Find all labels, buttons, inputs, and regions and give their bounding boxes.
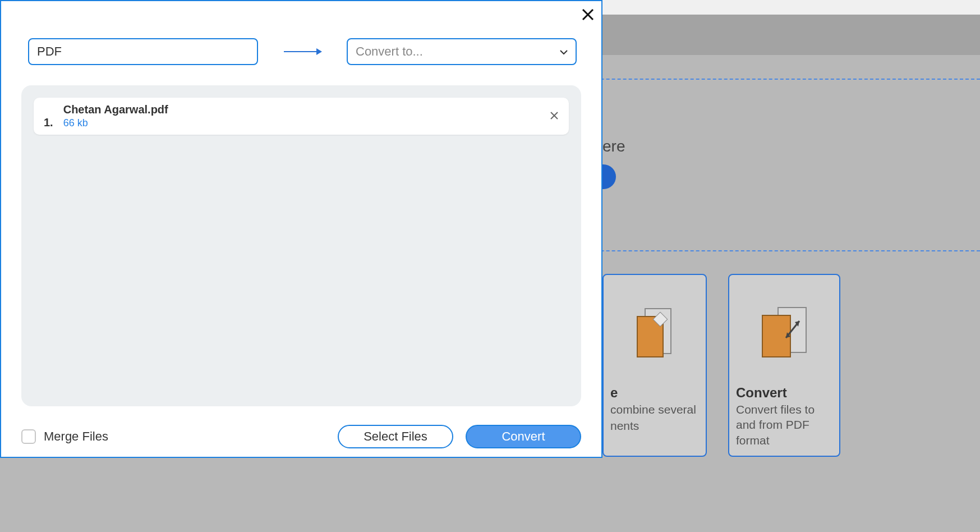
merge-card-fragment: e combine several nents: [602, 274, 707, 457]
file-list-area: 1. Chetan Agarwal.pdf 66 kb: [21, 85, 581, 406]
merge-icon: [610, 293, 699, 372]
remove-file-button[interactable]: [550, 109, 559, 123]
file-row: 1. Chetan Agarwal.pdf 66 kb: [34, 98, 569, 135]
convert-button[interactable]: Convert: [466, 425, 581, 448]
convert-dialog: PDF Convert to... 1. Chetan Agarwal.pdf …: [0, 0, 602, 458]
select-files-button[interactable]: Select Files: [338, 425, 453, 448]
convert-label: Convert: [501, 429, 545, 444]
merge-card-desc-line1: combine several: [610, 402, 699, 417]
format-controls: PDF Convert to...: [28, 38, 577, 65]
close-icon: [582, 8, 594, 21]
file-meta: Chetan Agarwal.pdf 66 kb: [63, 103, 168, 129]
file-size: 66 kb: [63, 117, 168, 129]
file-index: 1.: [44, 116, 53, 135]
destination-placeholder: Convert to...: [356, 44, 423, 59]
convert-card: Convert Convert files to and from PDF fo…: [728, 274, 840, 457]
drop-zone-text-fragment: ere: [602, 137, 625, 155]
merge-files-checkbox[interactable]: [21, 429, 36, 444]
source-format-value: PDF: [37, 44, 62, 59]
merge-files-label: Merge Files: [44, 429, 108, 444]
convert-icon: [736, 293, 832, 372]
source-format-field[interactable]: PDF: [28, 38, 258, 65]
destination-format-select[interactable]: Convert to...: [347, 38, 577, 65]
svg-marker-11: [316, 48, 322, 55]
close-button[interactable]: [578, 4, 598, 25]
merge-card-title-fragment: e: [610, 385, 699, 401]
dialog-footer: Merge Files Select Files Convert: [21, 421, 581, 452]
chevron-down-icon: [560, 46, 568, 58]
merge-card-desc-line2: nents: [610, 418, 699, 433]
file-name: Chetan Agarwal.pdf: [63, 103, 168, 116]
select-files-label: Select Files: [364, 429, 427, 444]
convert-card-title: Convert: [736, 385, 832, 401]
arrow-icon: [258, 47, 347, 56]
convert-card-desc: Convert files to and from PDF format: [736, 402, 832, 448]
close-icon: [550, 111, 559, 120]
